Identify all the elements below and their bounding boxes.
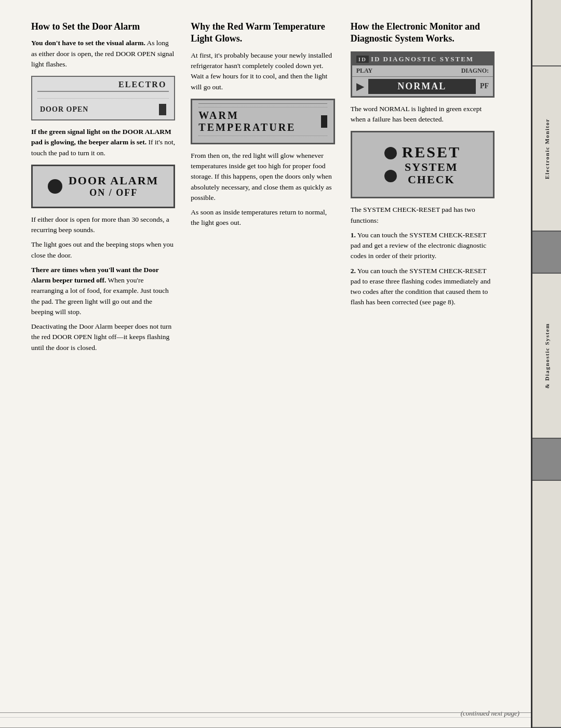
col2-p2: From then on, the red light will glow wh… bbox=[191, 151, 335, 203]
diag-normal-box: NORMAL bbox=[368, 79, 476, 94]
col3-title: How the Electronic Monitor and Diagnosti… bbox=[351, 21, 495, 45]
column-electronic: How the Electronic Monitor and Diagnosti… bbox=[351, 21, 495, 312]
diag-arrow-icon: ▶ bbox=[356, 80, 364, 92]
reset-circle-btn-top bbox=[384, 147, 397, 159]
sidebar-diagnostic: & Diagnostic System bbox=[532, 274, 561, 439]
warm-temp-display: WARM TEMPERATURE bbox=[191, 99, 335, 144]
col3-p3: 1. You can touch the SYSTEM CHECK-RESET … bbox=[351, 230, 495, 262]
diag-id-box: ID bbox=[356, 56, 369, 63]
alarm-line1: DOOR ALARM bbox=[69, 174, 158, 187]
col1-p5: There are times when you'll want the Doo… bbox=[31, 265, 175, 317]
sidebar-fill2 bbox=[532, 439, 561, 481]
door-open-row: DOOR OPEN bbox=[37, 103, 169, 116]
col1-p2: If the green signal light on the DOOR AL… bbox=[31, 127, 175, 158]
diag-normal-row: ▶ NORMAL PF bbox=[352, 77, 493, 96]
alarm-line2: ON / OFF bbox=[69, 187, 158, 199]
right-sidebar: Electronic Monitor & Diagnostic System bbox=[531, 0, 561, 728]
door-open-display: ELECTRO DOOR OPEN bbox=[31, 76, 175, 120]
col1-p6: Deactivating the Door Alarm beeper does … bbox=[31, 321, 175, 353]
bottom-border bbox=[0, 712, 531, 728]
sidebar-bottom bbox=[532, 481, 561, 728]
sidebar-fill1 bbox=[532, 232, 561, 274]
col1-title: How to Set the Door Alarm bbox=[31, 21, 175, 33]
diag-diagno-label: DIAGNO: bbox=[461, 67, 489, 75]
reset-circle-btn-bottom bbox=[384, 170, 397, 182]
warm-temp-text: WARM TEMPERATURE bbox=[198, 110, 320, 133]
diag-play-label: PLAY bbox=[356, 67, 373, 75]
diag-row-play: PLAY DIAGNO: bbox=[352, 65, 493, 77]
sidebar-diagnostic-text: & Diagnostic System bbox=[544, 323, 550, 388]
col2-title: Why the Red Warm Temperature Light Glows… bbox=[191, 21, 335, 45]
reset-label: RESET bbox=[402, 143, 461, 161]
column-warm-temp: Why the Red Warm Temperature Light Glows… bbox=[191, 21, 335, 233]
door-alarm-pad: DOOR ALARM ON / OFF bbox=[31, 165, 175, 208]
col3-p2: The SYSTEM CHECK-RESET pad has two funct… bbox=[351, 205, 495, 226]
diag-header-text: ID DIAGNOSTIC SYSTEM bbox=[371, 55, 474, 63]
column-door-alarm: How to Set the Door Alarm You don't have… bbox=[31, 21, 175, 357]
diagnostic-display: ID ID DIAGNOSTIC SYSTEM PLAY DIAGNO: ▶ N… bbox=[351, 51, 495, 98]
diag-pf-label: PF bbox=[480, 82, 489, 90]
sidebar-electronic-text: Electronic Monitor bbox=[544, 118, 550, 179]
col3-p1: The word NORMAL is lighted in green exce… bbox=[351, 104, 495, 125]
door-indicator bbox=[159, 104, 166, 115]
sidebar-electronic: Electronic Monitor bbox=[532, 66, 561, 232]
col1-p3: If either door is open for more than 30 … bbox=[31, 214, 175, 236]
brand-text: ELECTRO bbox=[37, 80, 169, 89]
system-check-text: SYSTEMCHECK bbox=[402, 161, 461, 186]
col1-p1: You don't have to set the visual alarm. … bbox=[31, 38, 175, 70]
diag-header-bar: ID ID DIAGNOSTIC SYSTEM bbox=[352, 53, 493, 65]
col3-p4: 2. You can touch the SYSTEM CHECK-RESET … bbox=[351, 266, 495, 308]
sidebar-top bbox=[532, 0, 561, 66]
col2-p3: As soon as inside temperatures return to… bbox=[191, 207, 335, 228]
col1-p4: The light goes out and the beeping stops… bbox=[31, 239, 175, 261]
col2-p1: At first, it's probably because your new… bbox=[191, 50, 335, 92]
warm-temp-indicator bbox=[321, 115, 327, 128]
reset-display: RESET SYSTEMCHECK bbox=[351, 131, 495, 198]
alarm-circle-btn bbox=[48, 179, 62, 194]
door-open-text: DOOR OPEN bbox=[40, 105, 88, 114]
